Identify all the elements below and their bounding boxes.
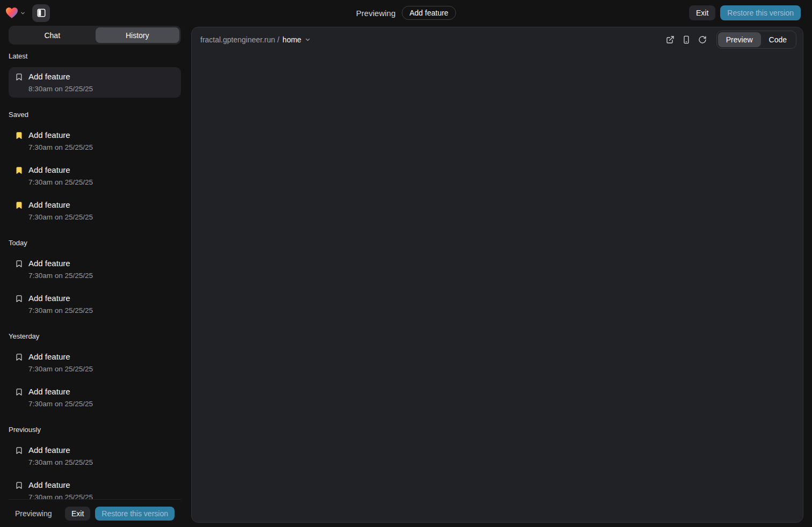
- preview-code-toggle: Preview Code: [716, 31, 796, 49]
- sidebar-toggle-button[interactable]: [32, 4, 50, 22]
- external-link-icon: [666, 35, 675, 44]
- history-version-item[interactable]: Add feature 7:30am on 25/25/25: [9, 475, 181, 499]
- version-timestamp: 7:30am on 25/25/25: [28, 213, 93, 222]
- version-timestamp: 7:30am on 25/25/25: [28, 364, 93, 374]
- version-timestamp: 7:30am on 25/25/25: [28, 306, 93, 315]
- sidebar-tab-switcher: Chat History: [9, 26, 181, 45]
- history-version-item[interactable]: Add feature 7:30am on 25/25/25: [9, 195, 181, 226]
- tab-chat[interactable]: Chat: [10, 27, 95, 43]
- version-badge[interactable]: Add feature: [402, 6, 455, 20]
- history-section: Today Add feature 7:30am on 25/25/25 Add: [9, 239, 181, 319]
- bookmark-icon[interactable]: [15, 353, 23, 374]
- history-version-item[interactable]: Add feature 7:30am on 25/25/25: [9, 126, 181, 156]
- history-sidebar: Chat History Latest Add feature 8:30am o…: [9, 26, 181, 527]
- history-version-item[interactable]: Add feature 7:30am on 25/25/25: [9, 289, 181, 319]
- exit-button[interactable]: Exit: [65, 507, 90, 521]
- chevron-down-icon: [305, 36, 311, 43]
- preview-content[interactable]: [192, 52, 803, 522]
- version-timestamp: 7:30am on 25/25/25: [28, 458, 93, 467]
- version-title: Add feature: [28, 480, 93, 491]
- refresh-icon: [698, 35, 707, 44]
- preview-url-page: home: [282, 35, 301, 44]
- version-timestamp: 7:30am on 25/25/25: [28, 399, 93, 408]
- history-section-label: Saved: [9, 111, 181, 119]
- tab-history[interactable]: History: [96, 27, 180, 43]
- chevron-down-icon: [20, 10, 26, 16]
- history-version-item[interactable]: Add feature 8:30am on 25/25/25: [9, 67, 181, 98]
- version-title: Add feature: [28, 293, 93, 304]
- version-title: Add feature: [28, 386, 93, 397]
- bookmark-icon[interactable]: [15, 73, 23, 93]
- restore-version-button[interactable]: Restore this version: [720, 5, 801, 20]
- version-title: Add feature: [28, 71, 93, 82]
- history-section-label: Yesterday: [9, 332, 181, 340]
- version-title: Add feature: [28, 200, 93, 210]
- history-section: Yesterday Add feature 7:30am on 25/25/25: [9, 332, 181, 413]
- exit-button[interactable]: Exit: [689, 5, 715, 20]
- version-timestamp: 7:30am on 25/25/25: [28, 493, 93, 499]
- bookmark-icon[interactable]: [15, 388, 23, 408]
- version-timestamp: 7:30am on 25/25/25: [28, 271, 93, 280]
- version-timestamp: 8:30am on 25/25/25: [28, 84, 93, 93]
- previewing-status-label: Previewing: [15, 509, 52, 518]
- history-section-label: Today: [9, 239, 181, 247]
- version-timestamp: 7:30am on 25/25/25: [28, 143, 93, 152]
- history-section: Latest Add feature 8:30am on 25/25/25: [9, 52, 181, 98]
- smartphone-icon: [682, 35, 691, 44]
- heart-logo-icon: [5, 7, 18, 19]
- history-section-label: Latest: [9, 52, 181, 60]
- history-version-item[interactable]: Add feature 7:30am on 25/25/25: [9, 160, 181, 191]
- version-title: Add feature: [28, 165, 93, 175]
- history-version-item[interactable]: Add feature 7:30am on 25/25/25: [9, 382, 181, 413]
- bookmark-icon[interactable]: [15, 481, 23, 499]
- previewing-status-label: Previewing: [356, 9, 395, 18]
- bookmark-filled-icon[interactable]: [15, 201, 23, 222]
- lovable-logo-menu[interactable]: [5, 7, 26, 19]
- version-title: Add feature: [28, 130, 93, 141]
- bookmark-filled-icon[interactable]: [15, 131, 23, 152]
- open-external-button[interactable]: [663, 32, 678, 47]
- panel-left-icon: [37, 8, 46, 18]
- sidebar-footer: Previewing Exit Restore this version: [9, 499, 181, 527]
- preview-url-selector[interactable]: fractal.gptengineer.run / home: [200, 35, 311, 44]
- history-version-item[interactable]: Add feature 7:30am on 25/25/25: [9, 441, 181, 471]
- tab-code[interactable]: Code: [761, 32, 795, 47]
- tab-preview[interactable]: Preview: [718, 32, 761, 47]
- bookmark-icon[interactable]: [15, 260, 23, 280]
- mobile-view-button[interactable]: [679, 32, 694, 47]
- preview-panel-header: fractal.gptengineer.run / home: [192, 27, 803, 52]
- history-section: Previously Add feature 7:30am on 25/25/2…: [9, 426, 181, 499]
- bookmark-icon[interactable]: [15, 447, 23, 467]
- refresh-button[interactable]: [695, 32, 710, 47]
- history-version-item[interactable]: Add feature 7:30am on 25/25/25: [9, 347, 181, 378]
- bookmark-filled-icon[interactable]: [15, 166, 23, 187]
- restore-version-button[interactable]: Restore this version: [95, 507, 175, 521]
- history-section: Saved Add feature 7:30am on 25/25/25 Add: [9, 111, 181, 226]
- preview-panel: fractal.gptengineer.run / home: [191, 27, 803, 523]
- version-title: Add feature: [28, 445, 93, 456]
- version-title: Add feature: [28, 258, 93, 269]
- history-section-label: Previously: [9, 426, 181, 434]
- top-bar: Previewing Add feature Exit Restore this…: [0, 0, 812, 26]
- version-title: Add feature: [28, 352, 93, 362]
- history-list: Latest Add feature 8:30am on 25/25/25 Sa…: [9, 45, 181, 499]
- bookmark-icon[interactable]: [15, 295, 23, 315]
- preview-url-domain: fractal.gptengineer.run /: [200, 35, 279, 44]
- history-version-item[interactable]: Add feature 7:30am on 25/25/25: [9, 254, 181, 284]
- version-timestamp: 7:30am on 25/25/25: [28, 178, 93, 187]
